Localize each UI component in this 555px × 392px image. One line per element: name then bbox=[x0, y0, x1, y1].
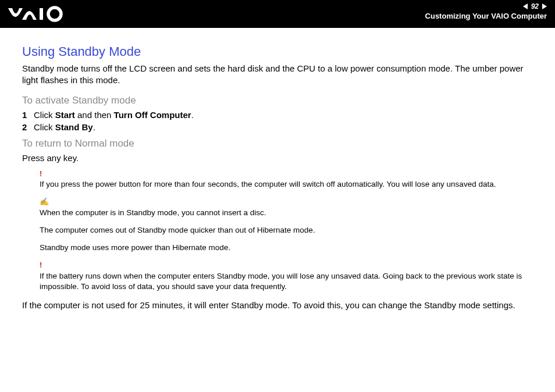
page-nav: 92 bbox=[425, 2, 547, 10]
warning-note-1: ! If you press the power button for more… bbox=[22, 169, 533, 190]
warning-icon: ! bbox=[40, 169, 533, 179]
warning-icon: ! bbox=[40, 260, 533, 270]
vaio-logo bbox=[8, 5, 72, 23]
closing-paragraph: If the computer is not used for 25 minut… bbox=[22, 299, 533, 311]
step-1: 1Click Start and then Turn Off Computer. bbox=[22, 110, 533, 120]
step-number: 1 bbox=[22, 110, 34, 120]
tip-text-1: When the computer is in Standby mode, yo… bbox=[40, 208, 533, 218]
page-title: Using Standby Mode bbox=[22, 44, 533, 59]
return-text: Press any key. bbox=[22, 153, 533, 163]
tip-text-2: The computer comes out of Standby mode q… bbox=[40, 225, 533, 236]
page-header: 92 Customizing Your VAIO Computer bbox=[0, 0, 555, 28]
next-page-icon[interactable] bbox=[542, 3, 547, 9]
tip-note: ✍ When the computer is in Standby mode, … bbox=[22, 197, 533, 253]
intro-paragraph: Standby mode turns off the LCD screen an… bbox=[22, 63, 533, 87]
warning-text: If you press the power button for more t… bbox=[40, 179, 533, 190]
step-text: Click Stand By. bbox=[34, 122, 95, 132]
tip-icon: ✍ bbox=[40, 197, 533, 207]
header-right: 92 Customizing Your VAIO Computer bbox=[425, 2, 547, 21]
page-number: 92 bbox=[531, 2, 539, 10]
prev-page-icon[interactable] bbox=[523, 3, 528, 9]
activate-heading: To activate Standby mode bbox=[22, 95, 533, 106]
svg-rect-0 bbox=[40, 8, 43, 20]
warning-text: If the battery runs down when the comput… bbox=[40, 271, 533, 292]
step-number: 2 bbox=[22, 122, 34, 132]
breadcrumb: Customizing Your VAIO Computer bbox=[425, 12, 547, 21]
warning-note-2: ! If the battery runs down when the comp… bbox=[22, 260, 533, 292]
tip-text-3: Standby mode uses more power than Hibern… bbox=[40, 243, 533, 253]
step-text: Click Start and then Turn Off Computer. bbox=[34, 110, 194, 120]
svg-point-1 bbox=[48, 8, 61, 20]
return-heading: To return to Normal mode bbox=[22, 138, 533, 149]
step-2: 2Click Stand By. bbox=[22, 122, 533, 132]
steps-list: 1Click Start and then Turn Off Computer.… bbox=[22, 110, 533, 132]
page-content: Using Standby Mode Standby mode turns of… bbox=[0, 28, 555, 311]
